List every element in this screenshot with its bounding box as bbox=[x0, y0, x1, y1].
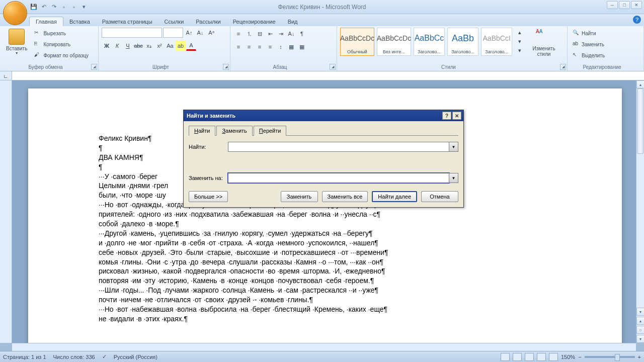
text-line[interactable]: и ·долго ·не ·мог ·прийти ·в ·себя ·от ·… bbox=[99, 238, 551, 248]
text-line[interactable]: не ·видали ·в ·этих ·краях.¶ bbox=[99, 314, 551, 324]
help-icon[interactable]: ? bbox=[633, 16, 641, 24]
dialog-titlebar[interactable]: Найти и заменить ? ✕ bbox=[184, 110, 463, 121]
borders-button[interactable]: ▦ bbox=[297, 42, 307, 52]
replace-one-button[interactable]: Заменить bbox=[281, 191, 318, 202]
show-marks-button[interactable]: ¶ bbox=[297, 29, 307, 39]
dialog-help-button[interactable]: ? bbox=[442, 112, 451, 120]
horizontal-scrollbar[interactable] bbox=[12, 343, 636, 351]
copy-button[interactable]: ⎘Копировать bbox=[32, 39, 91, 50]
status-proofing-icon[interactable]: ✓ bbox=[102, 353, 107, 360]
vertical-ruler[interactable] bbox=[0, 80, 12, 343]
replace-button[interactable]: abЗаменить bbox=[571, 39, 607, 50]
font-name-combo[interactable] bbox=[102, 28, 162, 38]
dialog-close-button[interactable]: ✕ bbox=[452, 112, 461, 120]
font-dialog-launcher[interactable]: ◢ bbox=[223, 64, 229, 70]
tab-insert[interactable]: Вставка bbox=[63, 17, 96, 26]
view-print-layout[interactable] bbox=[501, 353, 510, 361]
minimize-button[interactable]: ─ bbox=[607, 1, 618, 9]
style-heading2[interactable]: AaBb Заголово... bbox=[447, 28, 478, 56]
scroll-up-icon[interactable]: ▴ bbox=[636, 80, 644, 88]
find-dropdown-icon[interactable]: ▼ bbox=[449, 142, 458, 152]
font-color-button[interactable]: A bbox=[186, 41, 196, 51]
more-button[interactable]: Больше >> bbox=[189, 191, 228, 202]
bold-button[interactable]: Ж bbox=[102, 41, 112, 51]
strike-button[interactable]: abc bbox=[133, 41, 143, 51]
align-left-button[interactable]: ≡ bbox=[233, 42, 244, 52]
style-title[interactable]: AaBbCcI Заголово... bbox=[481, 28, 512, 56]
line-spacing-button[interactable]: ↕ bbox=[276, 42, 286, 52]
find-next-button[interactable]: Найти далее bbox=[372, 191, 417, 202]
text-line[interactable]: повторяя ·им ·эту ·историю, ·Камень ·в ·… bbox=[99, 276, 551, 286]
sort-button[interactable]: A↓ bbox=[286, 29, 296, 39]
text-line[interactable]: приятелей: ·одного ·из ·них ·подхватила … bbox=[99, 210, 551, 219]
zoom-slider[interactable] bbox=[585, 356, 635, 358]
maximize-button[interactable]: □ bbox=[619, 1, 630, 9]
qa-dropdown-icon[interactable]: ▾ bbox=[79, 3, 89, 12]
styles-dialog-launcher[interactable]: ◢ bbox=[560, 64, 566, 70]
text-line[interactable]: рисковал ·жизнью, ·какой ·подвергался ·о… bbox=[99, 266, 551, 276]
zoom-out-icon[interactable]: − bbox=[578, 354, 581, 360]
italic-button[interactable]: К bbox=[112, 41, 122, 51]
font-size-combo[interactable] bbox=[163, 28, 183, 38]
new-icon[interactable]: ▫ bbox=[59, 3, 68, 12]
change-styles-button[interactable]: AA Изменить стили bbox=[524, 28, 564, 58]
paste-button[interactable]: Вставить ▼ bbox=[3, 28, 30, 56]
dialog-tab-replace[interactable]: Заменить bbox=[216, 126, 252, 136]
prev-page-icon[interactable]: ▴ bbox=[636, 317, 644, 325]
subscript-button[interactable]: x₂ bbox=[144, 41, 154, 51]
shrink-font-icon[interactable]: A↓ bbox=[195, 28, 205, 38]
office-button[interactable] bbox=[3, 1, 27, 25]
replace-input[interactable] bbox=[228, 173, 449, 183]
indent-button[interactable]: ⇥ bbox=[276, 29, 286, 39]
status-page[interactable]: Страница: 1 из 1 bbox=[3, 354, 46, 360]
scroll-down-icon[interactable]: ▾ bbox=[636, 308, 644, 316]
zoom-in-icon[interactable]: + bbox=[638, 354, 641, 360]
select-button[interactable]: ↖Выделить bbox=[571, 50, 607, 61]
view-full-reading[interactable] bbox=[513, 353, 522, 361]
shading-button[interactable]: ▦ bbox=[286, 42, 296, 52]
find-input[interactable] bbox=[228, 142, 449, 152]
find-button[interactable]: 🔍Найти bbox=[571, 28, 607, 39]
style-normal[interactable]: AaBbCcDc Обычный bbox=[340, 28, 374, 56]
tab-mailings[interactable]: Рассылки bbox=[190, 17, 226, 26]
text-line[interactable]: ···Но ·вот ·набежавшая ·волна ·выбросила… bbox=[99, 305, 551, 314]
align-center-button[interactable]: ≡ bbox=[244, 42, 254, 52]
text-line[interactable]: комья ·глины. ·Они ·с ·утра ·до ·вечера … bbox=[99, 257, 551, 267]
tab-layout[interactable]: Разметка страницы bbox=[96, 17, 158, 26]
save-icon[interactable]: 💾 bbox=[29, 3, 38, 12]
dialog-tab-goto[interactable]: Перейти bbox=[254, 126, 287, 136]
bullet-list-button[interactable]: ≡ bbox=[233, 29, 244, 39]
styles-scroll-up[interactable]: ▴ bbox=[515, 28, 525, 37]
clear-format-icon[interactable]: Aᵃ bbox=[206, 28, 216, 38]
view-outline[interactable] bbox=[537, 353, 546, 361]
status-language[interactable]: Русский (Россия) bbox=[114, 354, 157, 360]
horizontal-ruler[interactable] bbox=[12, 71, 644, 80]
tab-home[interactable]: Главная bbox=[29, 17, 63, 26]
undo-icon[interactable]: ↶ bbox=[39, 3, 48, 12]
styles-expand[interactable]: ▾ bbox=[515, 46, 525, 55]
text-line[interactable]: себе ·новых ·друзей. ·Это ·были ·старые,… bbox=[99, 248, 551, 257]
tab-review[interactable]: Рецензирование bbox=[227, 17, 282, 26]
status-zoom[interactable]: 150% bbox=[561, 354, 575, 360]
case-button[interactable]: Aa bbox=[165, 41, 175, 51]
justify-button[interactable]: ≡ bbox=[265, 42, 275, 52]
text-line[interactable]: собой ·далеко ·в ·море.¶ bbox=[99, 219, 551, 229]
browse-object-icon[interactable]: ○ bbox=[636, 326, 644, 334]
tab-references[interactable]: Ссылки bbox=[158, 17, 190, 26]
ruler-corner[interactable]: ∟ bbox=[0, 71, 12, 80]
underline-button[interactable]: Ч bbox=[123, 41, 133, 51]
dialog-tab-find[interactable]: Найти bbox=[189, 126, 215, 136]
status-word-count[interactable]: Число слов: 336 bbox=[53, 354, 95, 360]
styles-scroll-down[interactable]: ▾ bbox=[515, 37, 525, 46]
style-nospacing[interactable]: AaBbCcDc Без инте... bbox=[377, 28, 411, 56]
grow-font-icon[interactable]: A↑ bbox=[184, 28, 194, 38]
number-list-button[interactable]: ⒈ bbox=[244, 29, 254, 39]
print-icon[interactable]: ▫ bbox=[69, 3, 78, 12]
vertical-scrollbar[interactable]: ▴ ▾ ▴ ○ ▾ bbox=[636, 80, 644, 343]
redo-icon[interactable]: ↷ bbox=[49, 3, 58, 12]
text-line[interactable]: почти ·ничем ·не ·отличался ·от ·своих ·… bbox=[99, 295, 551, 305]
text-line[interactable]: ···Шли ·годы... ·Под ·лучами ·жаркого ·с… bbox=[99, 286, 551, 295]
style-heading1[interactable]: AaBbCc Заголово... bbox=[414, 28, 445, 56]
scroll-thumb[interactable] bbox=[637, 88, 643, 154]
align-right-button[interactable]: ≡ bbox=[255, 42, 265, 52]
